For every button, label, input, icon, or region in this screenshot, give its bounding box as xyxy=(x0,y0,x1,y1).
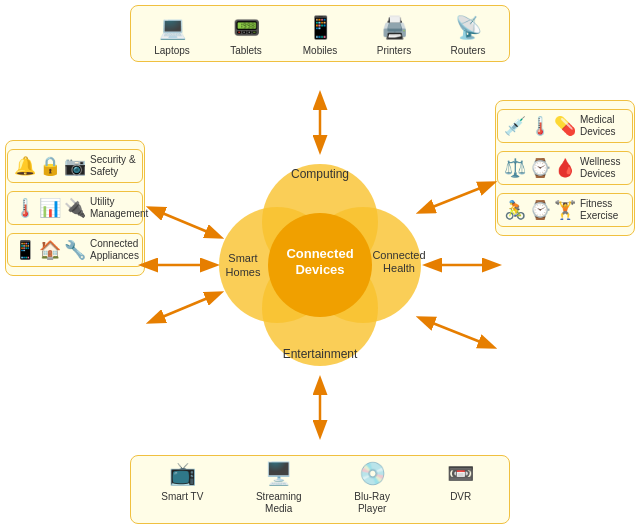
device-streaming: 🖥️ StreamingMedia xyxy=(256,460,302,515)
utility-label: Utility Management xyxy=(90,196,148,220)
syringe-icon: 💉 xyxy=(504,115,526,137)
streaming-label: StreamingMedia xyxy=(256,491,302,515)
wellness-box: ⚖️ ⌚ 🩸 Wellness Devices xyxy=(497,151,633,185)
laptop-icon: 💻 xyxy=(154,14,190,42)
tools-icon: 🔧 xyxy=(64,239,86,261)
plug-icon: 🔌 xyxy=(64,197,86,219)
right-devices-box: 💉 🌡️ 💊 Medical Devices ⚖️ ⌚ 🩸 Wellness D… xyxy=(495,100,635,236)
device-tablets: 📟 Tablets xyxy=(228,14,264,57)
svg-text:Entertainment: Entertainment xyxy=(283,347,358,361)
fitness-icons: 🚴 ⌚ 🏋️ xyxy=(504,199,576,221)
flower-svg: Connected Devices Computing Smart Homes … xyxy=(205,150,435,380)
home-icon: 🏠 xyxy=(39,239,61,261)
svg-text:Connected: Connected xyxy=(286,246,353,261)
device-laptops: 💻 Laptops xyxy=(154,14,190,57)
medical-box: 💉 🌡️ 💊 Medical Devices xyxy=(497,109,633,143)
medical-label: Medical Devices xyxy=(580,114,626,138)
thermometer-icon: 🌡️ xyxy=(529,115,551,137)
security-icons: 🔔 🔒 📷 xyxy=(14,155,86,177)
thermostat-icon: 🌡️ xyxy=(14,197,36,219)
weights-icon: 🏋️ xyxy=(554,199,576,221)
svg-text:Homes: Homes xyxy=(226,266,261,278)
utility-icons: 🌡️ 📊 🔌 xyxy=(14,197,86,219)
tablet-label: Tablets xyxy=(230,45,262,57)
doorbell-icon: 🔔 xyxy=(14,155,36,177)
router-icon: 📡 xyxy=(450,14,486,42)
camera-icon: 📷 xyxy=(64,155,86,177)
fitness-label: Fitness Exercise xyxy=(580,198,626,222)
wellness-icons: ⚖️ ⌚ 🩸 xyxy=(504,157,576,179)
tablet-icon: 📟 xyxy=(228,14,264,42)
bike-icon: 🚴 xyxy=(504,199,526,221)
smarttv-icon: 📺 xyxy=(164,460,200,488)
security-box: 🔔 🔒 📷 Security & Safety xyxy=(7,149,143,183)
printer-icon: 🖨️ xyxy=(376,14,412,42)
streaming-icon: 🖥️ xyxy=(261,460,297,488)
diagram-container: Connected Devices Computing Smart Homes … xyxy=(0,0,640,529)
bottom-devices-box: 📺 Smart TV 🖥️ StreamingMedia 💿 Blu-RayPl… xyxy=(130,455,510,524)
svg-text:Computing: Computing xyxy=(291,167,349,181)
svg-text:Devices: Devices xyxy=(295,262,344,277)
left-devices-box: 🔔 🔒 📷 Security & Safety 🌡️ 📊 🔌 Utility M… xyxy=(5,140,145,276)
smarttv-label: Smart TV xyxy=(161,491,203,503)
smart-meter-icon: 📊 xyxy=(39,197,61,219)
bluray-label: Blu-RayPlayer xyxy=(354,491,390,515)
mobile-icon: 📱 xyxy=(302,14,338,42)
svg-text:Smart: Smart xyxy=(228,252,257,264)
bluray-icon: 💿 xyxy=(354,460,390,488)
flower-diagram: Connected Devices Computing Smart Homes … xyxy=(205,150,435,380)
appliances-icons: 📱 🏠 🔧 xyxy=(14,239,86,261)
dvr-icon: 📼 xyxy=(443,460,479,488)
printer-label: Printers xyxy=(377,45,411,57)
svg-text:Connected: Connected xyxy=(372,249,425,261)
wellness-label: Wellness Devices xyxy=(580,156,626,180)
fitness-box: 🚴 ⌚ 🏋️ Fitness Exercise xyxy=(497,193,633,227)
security-label: Security & Safety xyxy=(90,154,136,178)
watch-icon: ⌚ xyxy=(529,157,551,179)
top-devices-box: 💻 Laptops 📟 Tablets 📱 Mobiles 🖨️ Printer… xyxy=(130,5,510,62)
mobile-label: Mobiles xyxy=(303,45,337,57)
scale-icon: ⚖️ xyxy=(504,157,526,179)
band-icon: ⌚ xyxy=(529,199,551,221)
router-label: Routers xyxy=(450,45,485,57)
blood-icon: 🩸 xyxy=(554,157,576,179)
appliances-label: Connected Appliances xyxy=(90,238,139,262)
device-dvr: 📼 DVR xyxy=(443,460,479,503)
medical-icons: 💉 🌡️ 💊 xyxy=(504,115,576,137)
svg-text:Health: Health xyxy=(383,262,415,274)
smoke-icon: 🔒 xyxy=(39,155,61,177)
device-bluray: 💿 Blu-RayPlayer xyxy=(354,460,390,515)
device-smarttv: 📺 Smart TV xyxy=(161,460,203,503)
utility-box: 🌡️ 📊 🔌 Utility Management xyxy=(7,191,143,225)
device-printers: 🖨️ Printers xyxy=(376,14,412,57)
laptop-label: Laptops xyxy=(154,45,190,57)
device-mobiles: 📱 Mobiles xyxy=(302,14,338,57)
appliances-box: 📱 🏠 🔧 Connected Appliances xyxy=(7,233,143,267)
pill-icon: 💊 xyxy=(554,115,576,137)
dvr-label: DVR xyxy=(450,491,471,503)
device-routers: 📡 Routers xyxy=(450,14,486,57)
tablet-home-icon: 📱 xyxy=(14,239,36,261)
